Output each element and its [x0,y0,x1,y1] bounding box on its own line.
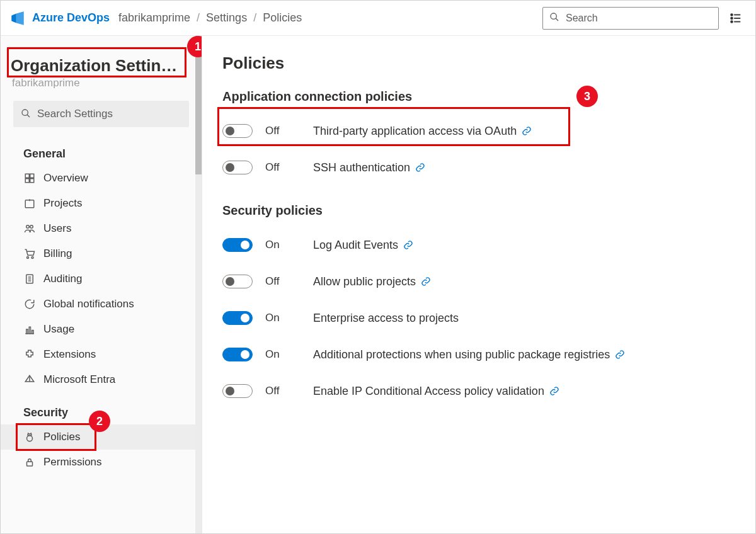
sidebar-item-auditing[interactable]: Auditing [1,266,202,292]
page-title: Policies [222,54,738,73]
policy-row-allow-public-projects: OffAllow public projects [222,263,738,300]
sidebar-item-billing[interactable]: Billing [1,241,202,266]
sidebar-item-label: Overview [43,172,88,185]
filter-tasks-icon[interactable] [724,7,747,30]
search-icon [549,12,559,24]
link-icon[interactable] [615,349,625,360]
svg-point-18 [27,257,29,259]
toggle-log-audit-events[interactable] [222,238,253,252]
sidebar-item-policies[interactable]: Policies [1,424,202,450]
policy-label-text: Enable IP Conditional Access policy vali… [313,385,544,398]
sidebar-item-label: Usage [43,323,74,336]
sidebar-item-label: Microsoft Entra [43,373,115,386]
breadcrumb: fabrikamprime / Settings / Policies [118,11,302,25]
section-app-policies-title: Application connection policies [222,89,738,104]
toggle-state-label: On [265,312,301,324]
main-panel: Policies Application connection policies… [202,36,755,533]
sidebar-item-extensions[interactable]: Extensions [1,342,202,367]
breadcrumb-separator: / [197,11,200,25]
svg-point-4 [731,17,733,19]
svg-rect-11 [30,174,34,178]
policy-label-text: Log Audit Events [313,239,398,252]
svg-rect-12 [25,179,29,183]
toggle-additional-protections-when-using-public-package-registries[interactable] [222,348,253,361]
header-bar: Azure DevOps fabrikamprime / Settings / … [1,1,755,36]
policy-label: SSH authentication [313,161,425,174]
svg-point-17 [30,225,33,229]
breadcrumb-policies[interactable]: Policies [263,11,302,25]
link-icon[interactable] [415,162,425,173]
svg-rect-27 [32,331,33,334]
toggle-knob [226,127,234,135]
sidebar-item-permissions[interactable]: Permissions [1,450,202,475]
policy-label-text: Allow public projects [313,275,416,288]
overview-icon [23,173,36,184]
svg-rect-30 [27,462,33,466]
toggle-enterprise-access-to-projects[interactable] [222,311,253,325]
azure-devops-logo[interactable] [9,10,26,26]
search-icon [21,108,31,120]
svg-point-6 [731,21,733,23]
sidebar-item-label: Users [43,222,71,235]
brand-link[interactable]: Azure DevOps [32,11,110,25]
breadcrumb-separator: / [253,11,256,25]
svg-point-16 [26,225,30,229]
sidebar-item-global-notifications[interactable]: Global notifications [1,292,202,317]
usage-icon [23,324,36,335]
sidebar-scrollbar-thumb[interactable] [195,36,202,174]
policy-label: Enable IP Conditional Access policy vali… [313,385,559,398]
toggle-allow-public-projects[interactable] [222,275,253,288]
svg-rect-10 [25,174,29,178]
toggle-knob [241,350,249,359]
global-notifications-icon [23,298,36,310]
microsoft-entra-icon [23,374,36,385]
policy-label-text: Additional protections when using public… [313,348,610,361]
svg-point-2 [731,14,733,16]
section-security-policies-title: Security policies [222,203,738,218]
sidebar-item-microsoft-entra[interactable]: Microsoft Entra [1,367,202,392]
link-icon[interactable] [421,276,431,287]
sidebar-org-name: fabrikamprime [1,77,202,97]
policy-row-ssh-authentication: OffSSH authentication [222,149,738,186]
sidebar-item-label: Global notifications [43,298,134,310]
policy-row-third-party-application-access-via-oauth: OffThird-party application access via OA… [222,113,738,149]
policies-icon [23,431,36,443]
sidebar-scrollbar[interactable] [195,36,202,533]
link-icon[interactable] [522,126,532,136]
global-search-input[interactable] [566,13,712,24]
sidebar-item-overview[interactable]: Overview [1,166,202,191]
link-icon[interactable] [549,386,559,396]
breadcrumb-org[interactable]: fabrikamprime [118,11,190,25]
policy-label-text: Third-party application access via OAuth [313,125,517,138]
sidebar-search[interactable] [13,101,189,127]
sidebar-item-usage[interactable]: Usage [1,317,202,342]
svg-point-29 [27,436,33,441]
sidebar-search-input[interactable] [37,108,181,120]
policy-label: Log Audit Events [313,239,413,252]
svg-line-1 [556,18,558,21]
policy-row-log-audit-events: OnLog Audit Events [222,227,738,263]
toggle-enable-ip-conditional-access-policy-validation[interactable] [222,384,253,398]
sidebar-title: Organization Settin… [1,51,202,77]
sidebar-section-security: Security [1,392,202,424]
section-security-policies: Security policies OnLog Audit EventsOffA… [222,203,738,409]
toggle-ssh-authentication[interactable] [222,161,253,174]
toggle-state-label: On [265,239,301,251]
svg-rect-14 [25,200,34,208]
breadcrumb-settings[interactable]: Settings [206,11,247,25]
policy-label-text: Enterprise access to projects [313,312,459,325]
sidebar-item-label: Billing [43,247,72,260]
link-icon[interactable] [403,240,413,250]
sidebar-item-projects[interactable]: Projects [1,191,202,216]
global-search[interactable] [542,7,719,30]
toggle-state-label: Off [265,161,301,174]
billing-icon [23,248,36,259]
permissions-icon [23,457,36,468]
policy-row-additional-protections-when-using-public-package-registries: OnAdditional protections when using publ… [222,336,738,373]
toggle-third-party-application-access-via-oauth[interactable] [222,124,253,138]
sidebar-item-users[interactable]: Users [1,216,202,241]
toggle-knob [226,387,234,395]
projects-icon [23,198,36,209]
svg-rect-25 [26,329,28,334]
policy-row-enterprise-access-to-projects: OnEnterprise access to projects [222,300,738,336]
